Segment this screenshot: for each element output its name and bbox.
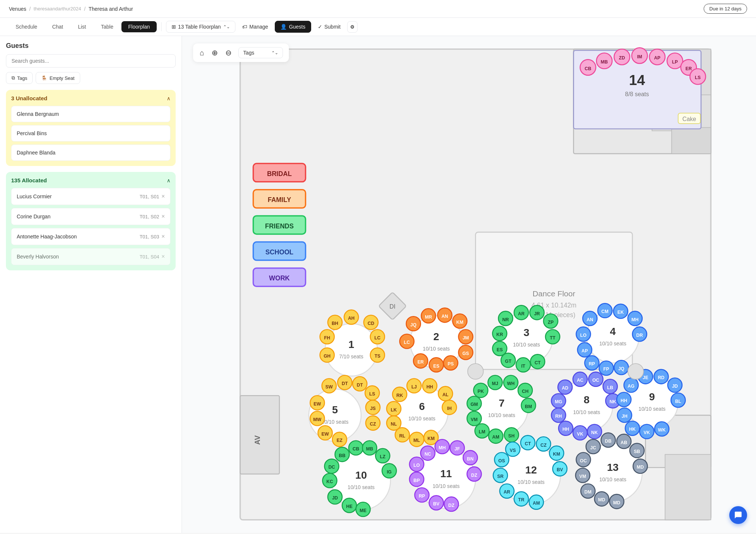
guest-antonette[interactable]: Antonette Haag-Jacobson T01, S03 × (11, 228, 170, 245)
guest-lucius[interactable]: Lucius Cormier T01, S01 × (11, 188, 170, 205)
svg-text:LO: LO (580, 333, 587, 338)
tags-select-label: Tags (243, 50, 254, 56)
svg-text:AN: AN (587, 317, 593, 322)
floorplan-icon: ⊞ (172, 24, 176, 30)
svg-text:AR: AR (504, 489, 510, 495)
home-btn[interactable]: ⌂ (199, 48, 205, 58)
svg-text:VK: VK (643, 430, 650, 435)
zoom-in-btn[interactable]: ⊕ (211, 48, 219, 58)
svg-text:LM: LM (479, 429, 485, 434)
guest-corine-seat: T01, S02 (140, 214, 159, 219)
remove-lucius-btn[interactable]: × (162, 193, 165, 200)
svg-text:FRIENDS: FRIENDS (265, 222, 294, 230)
svg-text:MJ: MJ (492, 381, 498, 386)
guest-corine[interactable]: Corine Durgan T01, S02 × (11, 208, 170, 225)
allocated-title: 135 Allocated (11, 177, 47, 183)
tab-list[interactable]: List (71, 21, 93, 32)
svg-text:AL: AL (442, 392, 449, 397)
empty-seat-btn[interactable]: 🪑 Empty Seat (36, 72, 80, 84)
svg-text:SW: SW (325, 384, 333, 390)
svg-text:VS: VS (510, 448, 516, 453)
tab-floorplan[interactable]: Floorplan (121, 21, 156, 32)
breadcrumb-venues[interactable]: Venues (9, 6, 26, 12)
guest-beverly-seat: T01, S04 (140, 254, 159, 260)
svg-text:HH: HH (426, 384, 433, 390)
guest-card-glenna[interactable]: Glenna Bergnaum (11, 106, 170, 122)
svg-text:MB: MB (601, 59, 608, 65)
svg-text:AP: AP (654, 55, 660, 61)
submit-btn[interactable]: ✓ Submit (313, 21, 346, 32)
search-input[interactable] (6, 54, 176, 68)
svg-text:LP: LP (672, 59, 678, 65)
tab-chat[interactable]: Chat (45, 21, 70, 32)
manage-btn[interactable]: 🏷 Manage (237, 21, 274, 32)
svg-text:JD: JD (332, 495, 338, 501)
floorplan-area[interactable]: ⌂ ⊕ ⊖ Tags ⌃⌄ 14 8/8 seats (182, 36, 756, 533)
remove-corine-btn[interactable]: × (162, 213, 165, 220)
svg-text:10: 10 (355, 469, 367, 481)
svg-text:JE: JE (643, 375, 648, 380)
svg-text:8: 8 (584, 394, 590, 406)
svg-text:1: 1 (348, 339, 354, 350)
guest-card-percival[interactable]: Percival Bins (11, 125, 170, 141)
settings-btn[interactable]: ⚙ (347, 21, 358, 33)
svg-text:10/10 seats: 10/10 seats (488, 412, 515, 418)
svg-text:CT: CT (535, 360, 541, 365)
svg-text:14: 14 (629, 72, 645, 88)
svg-text:SH: SH (508, 433, 515, 439)
guest-beverly[interactable]: Beverly Halvorson T01, S04 × (11, 248, 170, 265)
svg-text:EZ: EZ (337, 438, 343, 443)
svg-text:MD: MD (598, 497, 605, 502)
svg-text:ME: ME (360, 508, 366, 513)
sidebar-title: Guests (6, 42, 176, 50)
svg-text:AM: AM (533, 501, 540, 506)
tab-bar: Schedule Chat List Table Floorplan ⊞ 13 … (0, 18, 756, 36)
svg-text:ZP: ZP (548, 320, 554, 325)
tags-filter-btn[interactable]: ⧉ Tags (6, 72, 33, 84)
main-layout: Guests ⧉ Tags 🪑 Empty Seat 3 Unallocated… (0, 36, 756, 533)
svg-text:MH: MH (632, 317, 639, 322)
svg-text:10/10 seats: 10/10 seats (518, 479, 545, 485)
gear-icon: ⚙ (350, 24, 355, 30)
tags-select[interactable]: Tags ⌃⌄ (238, 47, 283, 58)
svg-text:AC: AC (577, 378, 583, 383)
svg-text:WORK: WORK (269, 274, 290, 282)
svg-text:AP: AP (581, 348, 588, 354)
tab-table[interactable]: Table (94, 21, 120, 32)
svg-text:LS: LS (369, 391, 375, 397)
allocated-header[interactable]: 135 Allocated ∧ (11, 177, 170, 183)
chair-icon: 🪑 (41, 75, 47, 81)
guests-btn[interactable]: 👤 Guests (275, 21, 311, 33)
svg-text:LK: LK (391, 407, 397, 413)
svg-text:4: 4 (610, 326, 616, 337)
floorplan-toolbar: ⌂ ⊕ ⊖ Tags ⌃⌄ (193, 43, 289, 62)
svg-text:CZ: CZ (370, 421, 376, 427)
svg-text:12: 12 (525, 464, 537, 476)
remove-beverly-btn[interactable]: × (162, 253, 165, 260)
zoom-out-btn[interactable]: ⊖ (225, 48, 232, 58)
unallocated-header[interactable]: 3 Unallocated ∧ (11, 95, 170, 101)
svg-text:JF: JF (454, 446, 460, 452)
svg-text:HH: HH (563, 427, 569, 432)
svg-text:RP: RP (419, 494, 425, 499)
breadcrumb-event[interactable]: theresaandarthur2024 (34, 6, 81, 12)
svg-text:DM: DM (584, 489, 592, 495)
svg-text:13: 13 (607, 462, 619, 473)
guest-antonette-name: Antonette Haag-Jacobson (17, 234, 77, 240)
remove-antonette-btn[interactable]: × (162, 233, 165, 240)
guest-card-daphnee[interactable]: Daphnee Blanda (11, 144, 170, 161)
tab-schedule[interactable]: Schedule (9, 21, 44, 32)
chat-fab-btn[interactable] (729, 506, 747, 524)
svg-text:EW: EW (314, 401, 321, 407)
due-badge: Due in 12 days (704, 4, 747, 14)
tags-btn-label: Tags (17, 75, 27, 81)
svg-text:BP: BP (414, 478, 420, 483)
svg-text:JQ: JQ (618, 366, 625, 371)
svg-text:FP: FP (603, 367, 609, 372)
svg-point-339 (467, 364, 483, 379)
svg-text:DT: DT (342, 381, 348, 386)
svg-text:5: 5 (332, 404, 338, 416)
svg-text:NL: NL (391, 421, 397, 427)
floorplan-selector-btn[interactable]: ⊞ 13 Table Floorplan ⌃⌄ (166, 21, 235, 33)
svg-text:BB: BB (339, 453, 346, 458)
